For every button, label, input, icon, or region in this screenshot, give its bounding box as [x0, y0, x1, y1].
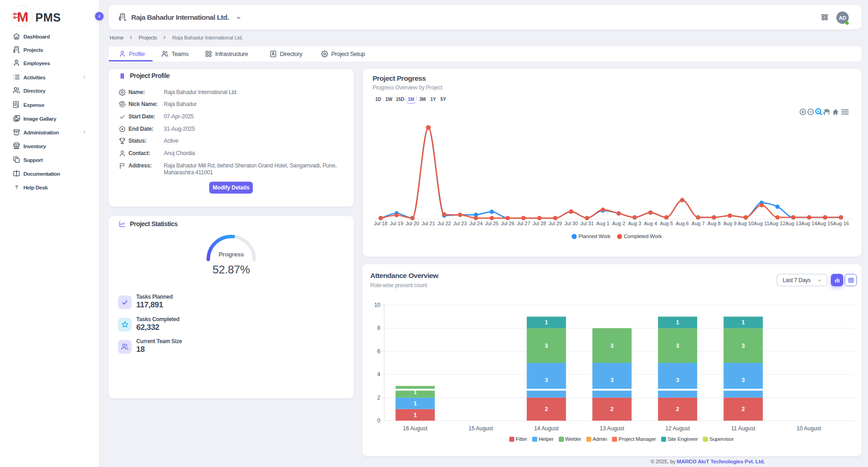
svg-text:Jul 24: Jul 24 [469, 221, 483, 226]
svg-text:Aug 15: Aug 15 [817, 221, 833, 226]
svg-text:2: 2 [545, 406, 548, 412]
svg-text:4: 4 [377, 371, 380, 378]
svg-text:3: 3 [742, 377, 745, 384]
svg-text:10: 10 [374, 302, 381, 308]
svg-text:Aug 5: Aug 5 [660, 221, 673, 226]
svg-text:10 August: 10 August [796, 425, 821, 432]
svg-text:Aug 16: Aug 16 [833, 221, 849, 226]
svg-text:Aug 7: Aug 7 [691, 221, 705, 226]
svg-text:Aug 9: Aug 9 [723, 221, 737, 226]
svg-text:Jul 30: Jul 30 [564, 221, 578, 226]
svg-text:Jul 27: Jul 27 [517, 221, 530, 226]
svg-text:15 August: 15 August [468, 425, 493, 432]
svg-text:1: 1 [414, 412, 417, 418]
svg-text:Jul 26: Jul 26 [501, 221, 514, 226]
svg-text:1: 1 [414, 400, 417, 407]
svg-text:Jul 29: Jul 29 [549, 221, 562, 226]
svg-text:Aug 1: Aug 1 [596, 221, 610, 226]
svg-text:3: 3 [611, 377, 614, 384]
svg-text:Aug 12: Aug 12 [769, 221, 785, 226]
svg-text:Jul 20: Jul 20 [406, 221, 419, 226]
svg-text:Aug 14: Aug 14 [801, 221, 817, 226]
svg-text:13 August: 13 August [600, 425, 624, 432]
svg-text:Jul 28: Jul 28 [533, 221, 546, 226]
svg-text:Aug 11: Aug 11 [754, 221, 769, 226]
svg-text:Jul 21: Jul 21 [422, 221, 435, 226]
svg-text:Aug 3: Aug 3 [628, 221, 641, 226]
svg-text:Jul 31: Jul 31 [580, 221, 594, 226]
svg-text:Jul 25: Jul 25 [485, 221, 498, 226]
svg-text:3: 3 [545, 343, 548, 349]
svg-text:Aug 10: Aug 10 [738, 221, 754, 226]
svg-text:6: 6 [377, 348, 380, 355]
svg-text:1: 1 [545, 319, 548, 326]
svg-text:Aug 8: Aug 8 [707, 221, 721, 226]
svg-text:1: 1 [742, 319, 745, 326]
svg-text:3: 3 [742, 343, 745, 349]
svg-text:Jul 18: Jul 18 [374, 221, 387, 226]
svg-text:12 August: 12 August [665, 425, 690, 432]
svg-text:0: 0 [377, 417, 380, 424]
svg-text:2: 2 [611, 406, 614, 412]
svg-text:16 August: 16 August [403, 425, 428, 432]
svg-text:3: 3 [676, 343, 679, 349]
svg-text:Aug 2: Aug 2 [612, 221, 625, 226]
svg-text:Aug 13: Aug 13 [785, 221, 801, 226]
svg-text:2: 2 [377, 395, 380, 401]
svg-text:11 August: 11 August [731, 425, 756, 432]
svg-text:3: 3 [611, 343, 614, 349]
svg-text:3: 3 [676, 377, 679, 384]
svg-text:2: 2 [742, 406, 745, 412]
svg-text:Jul 23: Jul 23 [453, 221, 467, 226]
svg-text:Aug 6: Aug 6 [676, 221, 689, 226]
svg-text:Aug 4: Aug 4 [644, 221, 657, 226]
svg-text:3: 3 [545, 377, 548, 384]
svg-text:1: 1 [676, 319, 679, 326]
svg-text:14 August: 14 August [534, 425, 559, 432]
svg-text:2: 2 [676, 406, 679, 412]
svg-text:Jul 22: Jul 22 [438, 221, 451, 226]
svg-text:Jul 19: Jul 19 [390, 221, 403, 226]
svg-text:8: 8 [377, 325, 380, 331]
